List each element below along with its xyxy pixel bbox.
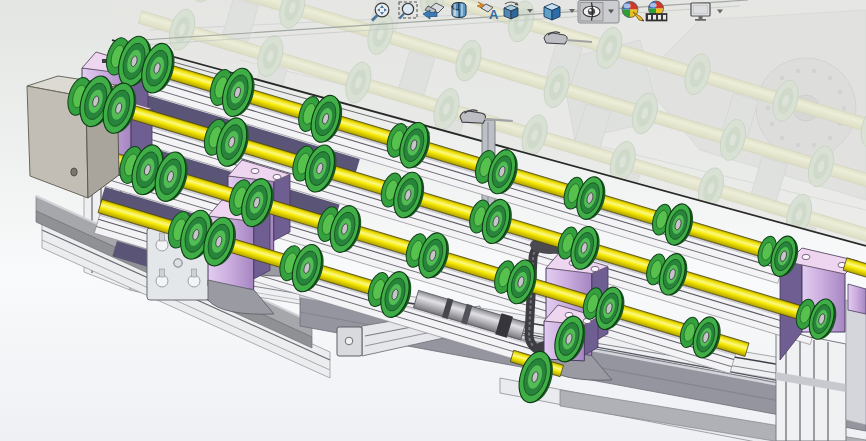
svg-text:A: A xyxy=(489,7,499,22)
